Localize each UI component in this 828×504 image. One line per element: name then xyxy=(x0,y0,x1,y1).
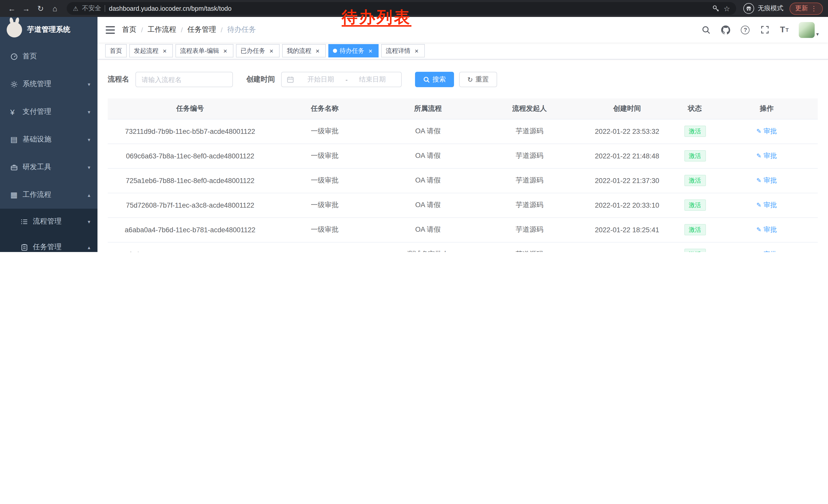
cell-action: ✎审批 xyxy=(715,119,818,144)
menu-label: 流程管理 xyxy=(33,217,86,226)
cell-starter: 芋道源码 xyxy=(479,144,580,168)
toolbox-icon xyxy=(10,163,23,171)
approve-button[interactable]: ✎审批 xyxy=(756,151,777,161)
calendar-icon xyxy=(287,76,294,83)
cell-status: 激活 xyxy=(674,217,716,242)
menu-label: 工作流程 xyxy=(23,190,86,199)
sidebar: 芋道管理系统 首页 系统管理 ▾ ¥ 支付 xyxy=(0,17,97,252)
status-badge: 激活 xyxy=(684,126,706,137)
cell-status: 激活 xyxy=(674,168,716,193)
approve-label: 审批 xyxy=(763,151,777,161)
sidebar-item-system[interactable]: 系统管理 ▾ xyxy=(0,70,97,98)
breadcrumb-item[interactable]: 工作流程 xyxy=(148,25,176,34)
tab-label: 已办任务 xyxy=(241,46,265,55)
tab-process-form-edit[interactable]: 流程表单-编辑 × xyxy=(175,44,234,57)
app-window: 芋道管理系统 首页 系统管理 ▾ ¥ 支付 xyxy=(0,17,828,252)
approve-label: 审批 xyxy=(763,225,777,234)
approve-button[interactable]: ✎审批 xyxy=(756,176,777,185)
sidebar-item-devtools[interactable]: 研发工具 ▾ xyxy=(0,153,97,181)
close-icon[interactable]: × xyxy=(367,47,374,54)
workflow-submenu: 流程管理 ▾ 任务管理 ▴ 我的流程 xyxy=(0,209,97,252)
close-icon[interactable]: × xyxy=(222,47,229,54)
github-icon[interactable] xyxy=(718,21,734,38)
bookmark-star-icon[interactable]: ☆ xyxy=(723,4,730,12)
process-name-input[interactable] xyxy=(135,72,233,87)
close-icon[interactable]: × xyxy=(314,47,321,54)
font-size-icon[interactable]: TT xyxy=(776,21,793,38)
approve-button[interactable]: ✎审批 xyxy=(756,127,777,136)
tab-done-tasks[interactable]: 已办任务 × xyxy=(236,44,280,57)
tab-my-process[interactable]: 我的流程 × xyxy=(282,44,326,57)
help-icon[interactable]: ? xyxy=(737,21,754,38)
cell-task-name: 一级审批 xyxy=(273,217,377,242)
todo-task-table: 任务编号 任务名称 所属流程 流程发起人 创建时间 状态 操作 73211d9d… xyxy=(108,98,818,252)
menu-label: 基础设施 xyxy=(23,135,86,144)
breadcrumb-item[interactable]: 首页 xyxy=(122,25,136,34)
sidebar-item-infrastructure[interactable]: ▤ 基础设施 ▾ xyxy=(0,126,97,153)
breadcrumb-item[interactable]: 任务管理 xyxy=(188,25,216,34)
search-icon xyxy=(423,76,430,83)
sidebar-toggle-icon[interactable] xyxy=(106,26,115,34)
tab-home[interactable]: 首页 xyxy=(105,44,127,57)
status-badge: 激活 xyxy=(684,224,706,235)
close-icon[interactable]: × xyxy=(161,47,168,54)
cell-status: 激活 xyxy=(674,193,716,217)
sidebar-item-process-management[interactable]: 流程管理 ▾ xyxy=(0,209,97,234)
approve-button[interactable]: ✎审批 xyxy=(756,250,777,252)
col-create-time: 创建时间 xyxy=(580,98,674,119)
cell-starter: 芋道源码 xyxy=(479,217,580,242)
close-icon[interactable]: × xyxy=(268,47,275,54)
fullscreen-icon[interactable] xyxy=(757,21,773,38)
question-mark: ? xyxy=(741,26,750,34)
avatar-image xyxy=(799,22,815,38)
sidebar-item-payment[interactable]: ¥ 支付管理 ▾ xyxy=(0,98,97,126)
font-size-small: T xyxy=(786,27,789,33)
approve-button[interactable]: ✎审批 xyxy=(756,225,777,234)
user-avatar[interactable]: ▾ xyxy=(799,22,819,38)
search-icon[interactable] xyxy=(698,21,715,38)
cell-time: 2022-01-22 21:37:30 xyxy=(580,168,674,193)
browser-home-icon[interactable]: ⌂ xyxy=(48,2,61,15)
browser-menu-icon[interactable]: ⋮ xyxy=(811,5,817,12)
close-icon[interactable]: × xyxy=(413,47,420,54)
tabs-bar: 首页 发起流程 × 流程表单-编辑 × 已办任务 × 我的流程 × xyxy=(97,43,828,59)
filter-bar: 流程名 创建时间 开始日期 - 结束日期 xyxy=(108,72,818,87)
col-status: 状态 xyxy=(674,98,716,119)
browser-forward-icon[interactable]: → xyxy=(19,2,33,15)
cell-task-name: 一级审批 xyxy=(273,193,377,217)
tab-start-process[interactable]: 发起流程 × xyxy=(129,44,173,57)
browser-refresh-icon[interactable]: ↻ xyxy=(34,2,47,15)
browser-back-icon[interactable]: ← xyxy=(5,2,18,15)
create-time-label: 创建时间 xyxy=(246,75,275,84)
tab-process-detail[interactable]: 流程详情 × xyxy=(381,44,425,57)
approve-button[interactable]: ✎审批 xyxy=(756,200,777,210)
cell-action: ✎审批 xyxy=(715,144,818,168)
tab-todo-tasks[interactable]: 待办任务 × xyxy=(328,44,379,57)
cell-action: ✎审批 xyxy=(715,193,818,217)
cell-task-id: 75d72608-7b7f-11ec-a3c8-acde48001122 xyxy=(108,193,273,217)
app-title: 芋道管理系统 xyxy=(27,25,70,34)
search-button[interactable]: 搜索 xyxy=(415,72,454,87)
cell-starter: 芋道源码 xyxy=(479,168,580,193)
incognito-badge: 无痕模式 xyxy=(743,3,783,14)
cell-process: OA 请假 xyxy=(377,217,479,242)
tab-label: 我的流程 xyxy=(287,46,312,55)
chevron-down-icon: ▾ xyxy=(88,219,90,224)
sidebar-item-task-management[interactable]: 任务管理 ▴ xyxy=(0,234,97,252)
col-task-id: 任务编号 xyxy=(108,98,273,119)
sidebar-item-workflow[interactable]: ▦ 工作流程 ▴ xyxy=(0,181,97,209)
table-row: 725a1eb6-7b88-11ec-8ef0-acde48001122 一级审… xyxy=(108,168,818,193)
approve-label: 审批 xyxy=(763,250,777,252)
cell-action: ✎审批 xyxy=(715,168,818,193)
password-key-icon[interactable] xyxy=(712,5,720,12)
search-button-label: 搜索 xyxy=(432,75,446,84)
cell-time: 2022-01-22 20:33:10 xyxy=(580,193,674,217)
cell-task-id: 73211d9d-7b9b-11ec-b5b7-acde48001122 xyxy=(108,119,273,144)
cell-process: OA 请假 xyxy=(377,119,479,144)
security-chip-label[interactable]: 不安全 xyxy=(82,4,101,13)
browser-update-button[interactable]: 更新 ⋮ xyxy=(790,2,823,15)
date-range-picker[interactable]: 开始日期 - 结束日期 xyxy=(281,72,402,87)
breadcrumb-separator: / xyxy=(221,26,223,34)
reset-button[interactable]: ↻ 重置 xyxy=(459,72,497,87)
sidebar-item-home[interactable]: 首页 xyxy=(0,43,97,70)
